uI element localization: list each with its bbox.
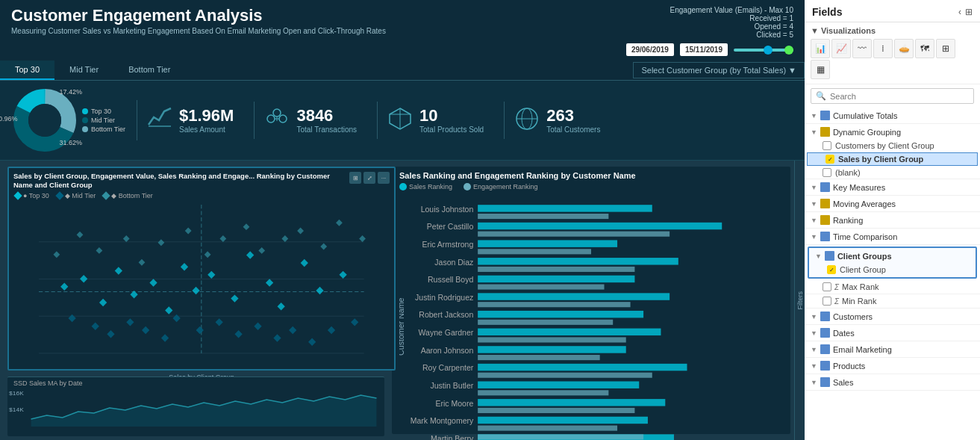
svg-rect-63 xyxy=(289,326,296,333)
field-item-customers-by-client-group[interactable]: Customers by Client Group xyxy=(805,140,980,152)
field-group-email-marketing-header[interactable]: ▼ Email Marketing xyxy=(805,341,980,357)
svg-rect-123 xyxy=(478,355,600,360)
kpi-sales-label: Sales Amount xyxy=(179,126,234,134)
slider-thumb-left[interactable] xyxy=(764,46,773,55)
panel-filter-icon[interactable]: ⊞ xyxy=(965,7,973,17)
scatter-plot: 60 40 20 0 $2K $4K $6K $8K $10K $12K $14… xyxy=(9,201,394,374)
products-icon xyxy=(820,361,830,371)
header-left: Customer Engagement Analysis Measuring C… xyxy=(11,6,626,35)
svg-rect-71 xyxy=(139,258,146,265)
time-comparison-label: Time Comparison xyxy=(833,232,897,241)
tab-top30[interactable]: Top 30 xyxy=(0,61,54,80)
filters-sidebar[interactable]: Filters xyxy=(794,161,805,440)
viz-bar-icon[interactable]: 📊 xyxy=(811,39,830,58)
field-group-customers-header[interactable]: ▼ Customers xyxy=(805,309,980,324)
tab-midtier[interactable]: Mid Tier xyxy=(54,61,113,80)
kpi-transactions-label: Total Transactions xyxy=(296,126,357,134)
svg-rect-45 xyxy=(246,251,254,258)
svg-rect-38 xyxy=(130,291,137,298)
slider-thumb-right[interactable] xyxy=(784,46,793,55)
search-input[interactable] xyxy=(830,92,969,101)
svg-rect-111 xyxy=(478,381,639,388)
field-group-client-groups: ▼ Client Groups ✓ Client Group xyxy=(808,247,977,279)
field-group-max-rank: Σ Max Rank xyxy=(805,280,980,294)
chart-more-icon[interactable]: ··· xyxy=(378,172,390,184)
svg-rect-101 xyxy=(478,205,652,211)
svg-text:Wayne Gardner: Wayne Gardner xyxy=(419,328,474,337)
field-group-time-comparison-header[interactable]: ▼ Time Comparison xyxy=(805,229,980,244)
scatter-chart-title: Sales by Client Group, Engagement Value,… xyxy=(13,172,346,190)
checkbox-max-rank[interactable] xyxy=(823,282,831,291)
fields-panel: Fields ‹ ⊞ ▼ Visualizations 📊 📈 〰 ⁞ 🥧 🗺 … xyxy=(805,0,980,440)
field-group-ranking-header[interactable]: ▼ Ranking xyxy=(805,212,980,228)
svg-rect-110 xyxy=(478,364,687,371)
donut-pct-bottom: 31.62% xyxy=(59,139,82,146)
field-item-sales-by-client-group[interactable]: ✓ Sales by Client Group xyxy=(807,152,978,166)
field-group-client-groups-header[interactable]: ▼ Client Groups xyxy=(809,248,976,264)
chart-focus-icon[interactable]: ⤢ xyxy=(363,172,375,184)
svg-rect-52 xyxy=(92,322,99,329)
svg-rect-53 xyxy=(107,330,114,338)
field-group-key-measures-header[interactable]: ▼ Key Measures xyxy=(805,179,980,195)
panel-collapse-icon[interactable]: ‹ xyxy=(958,7,961,17)
cumulative-totals-label: Cumulative Totals xyxy=(833,111,898,120)
date-end[interactable]: 15/11/2019 xyxy=(680,43,728,56)
donut-pct-left: 50.96% xyxy=(0,115,18,123)
date-start[interactable]: 29/06/2019 xyxy=(626,43,674,56)
kpi-products-value: 10 xyxy=(419,107,484,125)
engagement-info: Engagement Value (Emails) - Max 10 Recei… xyxy=(670,6,793,39)
field-group-dates-header[interactable]: ▼ Dates xyxy=(805,325,980,341)
field-group-cumulative-totals-header[interactable]: ▼ Cumulative Totals xyxy=(805,108,980,123)
field-item-max-rank[interactable]: Σ Max Rank xyxy=(805,280,980,294)
fields-search-box[interactable]: 🔍 xyxy=(811,88,974,104)
svg-rect-40 xyxy=(165,306,172,314)
viz-table-icon[interactable]: ⊞ xyxy=(936,39,955,58)
field-group-sales-header[interactable]: ▼ Sales xyxy=(805,374,980,390)
tab-bottomtier[interactable]: Bottom Tier xyxy=(113,61,185,80)
field-item-min-rank[interactable]: Σ Min Rank xyxy=(805,294,980,308)
svg-rect-72 xyxy=(157,239,164,246)
svg-rect-62 xyxy=(273,334,281,341)
donut-pct-top: 17.42% xyxy=(59,88,82,96)
bar-chart-legend: Sales Ranking Engagement Ranking xyxy=(392,182,790,194)
viz-map-icon[interactable]: 🗺 xyxy=(915,39,934,58)
viz-area-icon[interactable]: 〰 xyxy=(852,39,872,58)
svg-rect-105 xyxy=(478,276,634,282)
page-subtitle: Measuring Customer Sales vs Marketing En… xyxy=(11,27,626,35)
field-group-dynamic-grouping-header[interactable]: ▼ Dynamic Grouping xyxy=(805,124,980,140)
svg-rect-42 xyxy=(192,286,199,294)
viz-line-icon[interactable]: 📈 xyxy=(831,39,851,58)
visualizations-section: ▼ Visualizations 📊 📈 〰 ⁞ 🥧 🗺 ⊞ ▦ xyxy=(805,22,980,84)
header-right: Engagement Value (Emails) - Max 10 Recei… xyxy=(626,6,793,56)
viz-scatter-icon[interactable]: ⁞ xyxy=(873,39,893,58)
tab-select-group[interactable]: Select Customer Group (by Total Sales) ▼ xyxy=(633,62,805,78)
svg-text:Martin Berry: Martin Berry xyxy=(431,434,474,440)
viz-pie-icon[interactable]: 🥧 xyxy=(894,39,914,58)
sales-label: Sales xyxy=(833,378,854,387)
field-group-sales: ▼ Sales xyxy=(805,374,980,391)
visualizations-header[interactable]: ▼ Visualizations xyxy=(811,25,974,37)
svg-rect-73 xyxy=(185,227,192,234)
checkbox-sales-by-client-group-checked[interactable]: ✓ xyxy=(825,155,834,164)
svg-rect-125 xyxy=(478,390,608,395)
field-group-moving-averages-header[interactable]: ▼ Moving Averages xyxy=(805,196,980,211)
svg-rect-59 xyxy=(216,318,223,326)
field-item-client-group[interactable]: ✓ Client Group xyxy=(809,264,976,277)
viz-matrix-icon[interactable]: ▦ xyxy=(811,60,830,79)
svg-rect-60 xyxy=(234,330,242,338)
svg-rect-43 xyxy=(207,270,215,278)
checkbox-min-rank[interactable] xyxy=(823,297,831,306)
svg-rect-124 xyxy=(478,373,652,378)
checkbox-blank[interactable] xyxy=(823,168,831,177)
tab-bar: Top 30 Mid Tier Bottom Tier Select Custo… xyxy=(0,61,805,81)
checkbox-customers-by-client-group[interactable] xyxy=(823,141,831,150)
client-groups-icon xyxy=(825,251,834,261)
checkbox-client-group-checked[interactable]: ✓ xyxy=(827,265,836,274)
svg-point-4 xyxy=(28,104,61,137)
field-group-products-header[interactable]: ▼ Products xyxy=(805,358,980,374)
time-comparison-icon xyxy=(820,232,830,241)
field-item-blank[interactable]: (blank) xyxy=(805,167,980,179)
chart-filter-icon[interactable]: ⊞ xyxy=(349,172,361,184)
kpi-customers-value: 263 xyxy=(546,107,600,125)
date-slider[interactable] xyxy=(734,49,793,52)
